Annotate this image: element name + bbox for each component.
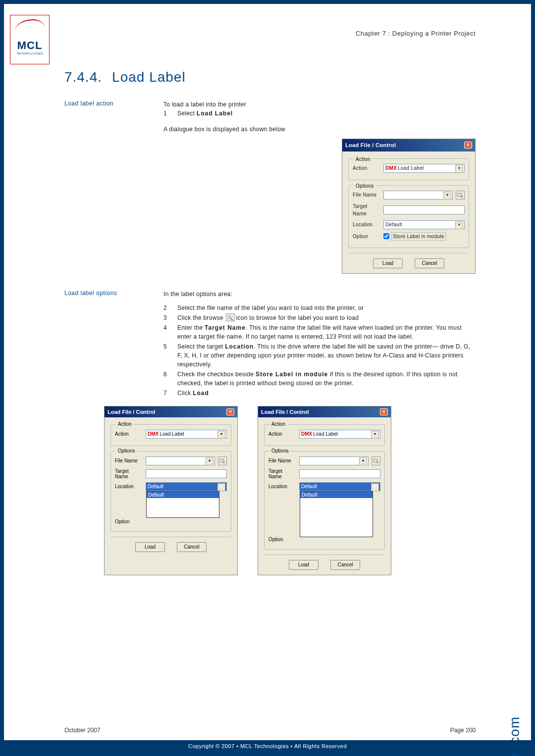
location-option[interactable]: (I) USB2 (300, 524, 373, 530)
action-dropdown[interactable]: DMXLoad Label (299, 430, 380, 439)
location-option[interactable]: Default (300, 492, 373, 498)
location-list-b[interactable]: Default(D) RAM(G) Flash(F) SDIO(H) USB1(… (300, 491, 373, 537)
svg-rect-3 (220, 459, 224, 462)
load-label-action-label: Load label action (64, 100, 163, 284)
footer-date: October 2007 (64, 727, 101, 734)
page-border-top (0, 0, 535, 4)
location-label: Location (353, 221, 380, 228)
footer-meta: October 2007 Page 200 (64, 727, 476, 734)
option-label: Option (353, 233, 380, 240)
location-option[interactable]: (D) RAM (300, 498, 373, 504)
browse-icon[interactable] (218, 456, 227, 465)
store-checkbox-input[interactable] (383, 233, 389, 239)
close-icon[interactable]: × (380, 408, 388, 415)
location-option[interactable]: Default (147, 492, 219, 498)
filename-dropdown[interactable] (383, 191, 453, 200)
cancel-button[interactable]: Cancel (330, 560, 360, 570)
svg-rect-5 (374, 459, 377, 462)
svg-point-1 (461, 196, 463, 197)
logo: MCL TECHNOLOGIES (10, 15, 50, 64)
svg-point-4 (223, 461, 225, 463)
chapter-header: Chapter 7 : Deploying a Printer Project (356, 30, 476, 37)
logo-text: MCL (12, 39, 47, 52)
targetname-input[interactable] (146, 469, 227, 478)
location-option[interactable]: (X) ILPC (147, 511, 219, 517)
copyright-bar: Copyright © 2007 • MCL Technologies • Al… (4, 740, 531, 752)
location-dropdown[interactable]: Default (383, 220, 465, 229)
logo-curve-icon (15, 19, 45, 39)
load-file-dialog-1: Load File / Control × Action Action DMXL… (342, 139, 476, 274)
targetname-input[interactable] (383, 205, 465, 214)
page-border-bottom (0, 752, 535, 756)
logo-subtext: TECHNOLOGIES (12, 52, 47, 55)
close-icon[interactable]: × (464, 142, 472, 149)
step-4: 4Enter the Target Name. This is the name… (163, 323, 476, 341)
load-label-options-label: Load label options (64, 290, 163, 399)
footer-page: Page 200 (450, 727, 476, 734)
store-checkbox-label: Store Label in module (391, 232, 446, 241)
location-dropdown-open[interactable]: Default Default(D) RAM(G) Flash(F) SDIO(… (299, 482, 380, 491)
browse-icon[interactable] (456, 191, 465, 200)
location-option[interactable]: (G) Flash (147, 504, 219, 511)
step-2: 2Select the file name of the label you w… (163, 303, 476, 312)
cancel-button[interactable]: Cancel (415, 258, 444, 268)
step-5: 5Select the target Location. This is the… (163, 342, 476, 369)
filename-dropdown[interactable] (146, 456, 215, 465)
svg-point-6 (377, 461, 378, 463)
targetname-input[interactable] (299, 469, 380, 478)
load-action-intro: To load a label into the printer (163, 100, 476, 109)
action-dropdown[interactable]: DMXLoad Label (383, 164, 465, 173)
action-dropdown[interactable]: DMXLoad Label (146, 430, 227, 439)
close-icon[interactable]: × (226, 408, 234, 415)
load-file-dialog-h-class: Load File / Control× Action ActionDMXLoa… (258, 406, 391, 575)
browse-icon[interactable] (372, 456, 380, 465)
location-option[interactable]: (F) SDIO (300, 511, 373, 517)
load-file-dialog-a-class: Load File / Control× Action ActionDMXLoa… (104, 406, 238, 575)
dialog-title-text: Load File / Control (345, 141, 396, 150)
options-legend: Options (354, 182, 376, 190)
store-label-checkbox[interactable]: Store Label in module (383, 232, 446, 241)
location-option[interactable]: (G) Flash (300, 504, 373, 511)
dialog-intro-text: A dialogue box is displayed as shown bel… (163, 125, 476, 134)
action-group: Action Action DMXLoad Label (348, 158, 469, 180)
load-button[interactable]: Load (289, 560, 319, 570)
action-legend: Action (354, 155, 373, 163)
svg-rect-0 (458, 193, 462, 196)
load-button[interactable]: Load (135, 542, 165, 552)
section-title: Load Label (112, 69, 186, 85)
cancel-button[interactable]: Cancel (177, 542, 207, 552)
dialog-titlebar: Load File / Control × (342, 139, 475, 151)
page-border-right (531, 0, 535, 756)
action-label: Action (353, 164, 380, 172)
step-1: 1 Select Load Label (163, 109, 476, 118)
step-6: 6Check the checkbox beside Store Label i… (163, 370, 476, 388)
section-heading: 7.4.4.Load Label (64, 69, 476, 85)
location-option[interactable]: (D) RAM (147, 498, 219, 504)
filename-dropdown[interactable] (299, 456, 369, 465)
location-dropdown-open[interactable]: Default Default(D) RAM(G) Flash(X) ILPC (146, 482, 227, 491)
load-button[interactable]: Load (373, 258, 403, 268)
location-option[interactable]: (H) USB1 (300, 517, 373, 524)
location-option[interactable]: (X) ILPC (300, 530, 373, 537)
browse-icon-inline (226, 313, 235, 321)
section-number: 7.4.4. (64, 69, 102, 85)
options-group: Options File Name Target Name (348, 185, 469, 248)
svg-line-2 (462, 197, 463, 198)
step-3: 3Click the browse icon to browse for the… (163, 313, 476, 322)
filename-label: File Name (353, 191, 380, 199)
step-7: 7Click Load (163, 389, 476, 398)
options-intro: In the label options area: (163, 290, 476, 299)
page-border-left (0, 0, 4, 756)
targetname-label: Target Name (353, 202, 380, 217)
location-list-a[interactable]: Default(D) RAM(G) Flash(X) ILPC (146, 491, 219, 518)
